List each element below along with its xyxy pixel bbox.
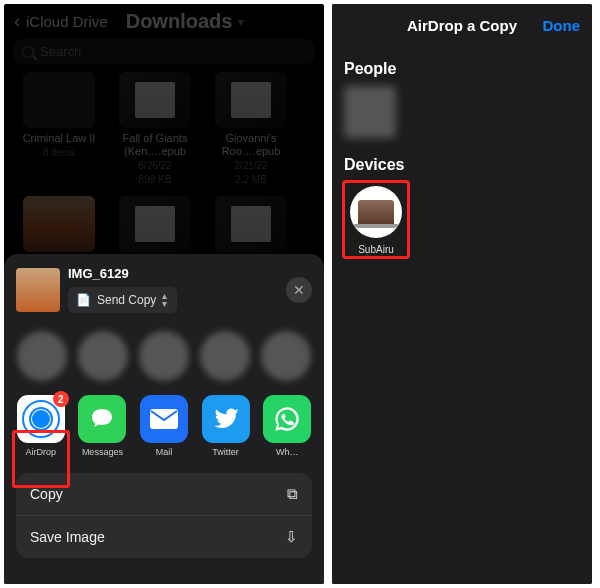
file-item[interactable]: Fall of Giants (Ken….epub 6/26/22 898 KB xyxy=(112,72,198,186)
breadcrumb-back[interactable]: iCloud Drive xyxy=(26,13,108,30)
share-apps-row: 2 AirDrop Messages Mail Twitte xyxy=(4,389,324,467)
action-label: Copy xyxy=(30,486,63,502)
airdrop-title: AirDrop a Copy xyxy=(407,17,517,34)
action-copy[interactable]: Copy ⧉ xyxy=(16,473,312,516)
app-messages[interactable]: Messages xyxy=(78,395,128,457)
app-mail[interactable]: Mail xyxy=(139,395,189,457)
device-name: SubAiru xyxy=(348,244,404,255)
contact-avatar[interactable] xyxy=(261,331,312,381)
contact-avatar[interactable] xyxy=(16,331,67,381)
close-button[interactable]: ✕ xyxy=(286,277,312,303)
contact-avatar[interactable] xyxy=(138,331,189,381)
epub-icon xyxy=(119,72,191,128)
share-header: IMG_6129 📄 Send Copy ▴▾ ✕ xyxy=(4,262,324,317)
share-item-name: IMG_6129 xyxy=(68,266,177,281)
send-copy-label: Send Copy xyxy=(97,293,156,307)
app-label: Mail xyxy=(139,447,189,457)
share-item-thumb xyxy=(16,268,60,312)
share-actions: Copy ⧉ Save Image ⇩ xyxy=(16,473,312,558)
mail-icon xyxy=(140,395,188,443)
airdrop-device-wrap: SubAiru xyxy=(344,182,408,257)
app-label: Messages xyxy=(78,447,128,457)
back-chevron-icon[interactable]: ‹ xyxy=(14,11,20,32)
copy-icon: ⧉ xyxy=(287,485,298,503)
search-placeholder: Search xyxy=(40,44,81,59)
search-icon xyxy=(22,46,34,58)
epub-icon xyxy=(215,72,287,128)
done-button[interactable]: Done xyxy=(543,17,581,34)
file-name: Giovanni's Roo….epub xyxy=(208,132,294,158)
airdrop-pane: AirDrop a Copy Done People Devices SubAi… xyxy=(332,4,592,584)
doc-icon xyxy=(119,196,191,252)
app-label: Twitter xyxy=(201,447,251,457)
airdrop-body: People Devices SubAiru xyxy=(332,46,592,584)
file-meta: 8 items xyxy=(16,147,102,159)
document-icon: 📄 xyxy=(76,293,91,307)
share-sheet: IMG_6129 📄 Send Copy ▴▾ ✕ 2 xyxy=(4,254,324,584)
messages-icon xyxy=(78,395,126,443)
app-airdrop[interactable]: 2 AirDrop xyxy=(16,395,66,457)
contact-avatar[interactable] xyxy=(200,331,251,381)
share-contacts-row xyxy=(4,317,324,389)
files-background: ‹ iCloud Drive Downloads ▾ Search Crimin… xyxy=(4,4,324,286)
airdrop-person[interactable] xyxy=(344,86,396,138)
search-input[interactable]: Search xyxy=(14,39,314,64)
twitter-icon xyxy=(202,395,250,443)
section-header-devices: Devices xyxy=(344,156,580,174)
app-whatsapp[interactable]: Wh… xyxy=(262,395,312,457)
file-size: 2.2 MB xyxy=(208,174,294,186)
folder-icon xyxy=(23,72,95,128)
doc-icon xyxy=(215,196,287,252)
app-label: Wh… xyxy=(262,447,312,457)
action-save-image[interactable]: Save Image ⇩ xyxy=(16,516,312,558)
macbook-icon xyxy=(358,200,394,224)
send-copy-selector[interactable]: 📄 Send Copy ▴▾ xyxy=(68,287,177,313)
contact-avatar[interactable] xyxy=(77,331,128,381)
close-icon: ✕ xyxy=(293,282,305,298)
airdrop-icon: 2 xyxy=(17,395,65,443)
whatsapp-icon xyxy=(263,395,311,443)
section-header-people: People xyxy=(344,60,580,78)
action-label: Save Image xyxy=(30,529,105,545)
file-date: 2/21/22 xyxy=(208,160,294,172)
file-name: Fall of Giants (Ken….epub xyxy=(112,132,198,158)
folder-title: Downloads xyxy=(126,10,233,33)
airdrop-device[interactable]: SubAiru xyxy=(348,186,404,255)
app-label: AirDrop xyxy=(16,447,66,457)
files-topbar: ‹ iCloud Drive Downloads ▾ xyxy=(4,4,324,35)
file-item[interactable]: Giovanni's Roo….epub 2/21/22 2.2 MB xyxy=(208,72,294,186)
download-icon: ⇩ xyxy=(285,528,298,546)
file-size: 898 KB xyxy=(112,174,198,186)
updown-chevron-icon: ▴▾ xyxy=(162,292,167,308)
photo-thumb xyxy=(23,196,95,252)
airdrop-badge: 2 xyxy=(53,391,69,407)
file-date: 6/26/22 xyxy=(112,160,198,172)
files-app-pane: ‹ iCloud Drive Downloads ▾ Search Crimin… xyxy=(4,4,324,584)
device-avatar xyxy=(350,186,402,238)
sort-menu-chevron-icon[interactable]: ▾ xyxy=(238,15,244,29)
airdrop-titlebar: AirDrop a Copy Done xyxy=(332,4,592,46)
file-item[interactable]: Criminal Law II 8 items xyxy=(16,72,102,186)
app-twitter[interactable]: Twitter xyxy=(201,395,251,457)
file-name: Criminal Law II xyxy=(16,132,102,145)
